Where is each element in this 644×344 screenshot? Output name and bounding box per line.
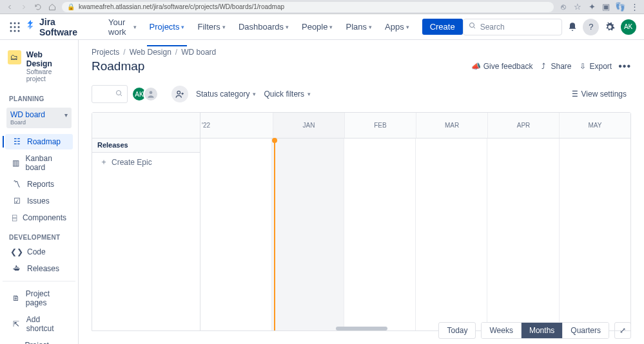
create-epic-button[interactable]: ＋ Create Epic: [92, 153, 200, 171]
sidebar-item-roadmap[interactable]: ☷ Roadmap: [5, 134, 73, 149]
scrollbar[interactable]: [336, 327, 387, 330]
breadcrumb: Projects / Web Design / WD board: [92, 48, 631, 57]
sidebar-item-issues[interactable]: ☑ Issues: [5, 193, 73, 209]
zoom-quarters[interactable]: Quarters: [562, 323, 609, 338]
help-icon[interactable]: ?: [583, 19, 599, 35]
reload-icon[interactable]: [34, 3, 43, 12]
svg-point-7: [14, 30, 16, 32]
profile-chrome-icon[interactable]: 👣: [616, 3, 625, 12]
nav-people[interactable]: People▾: [297, 15, 338, 39]
svg-point-12: [177, 91, 181, 94]
svg-point-4: [14, 26, 16, 28]
breadcrumb-item[interactable]: Projects: [92, 48, 119, 57]
svg-point-1: [14, 22, 16, 24]
nav-apps[interactable]: Apps▾: [380, 15, 415, 39]
project-avatar-icon: 🗂: [8, 50, 21, 64]
sidebar-item-releases[interactable]: ⛴ Releases: [5, 261, 73, 276]
sidebar-item-code[interactable]: ❮❯ Code: [5, 244, 73, 260]
zoom-weeks[interactable]: Weeks: [482, 323, 520, 338]
assignee-filter[interactable]: AK: [135, 86, 159, 102]
reports-icon: 〽: [12, 180, 22, 189]
nav-plans[interactable]: Plans▾: [340, 15, 377, 39]
svg-point-2: [18, 22, 20, 24]
chevron-down-icon: ▾: [181, 24, 184, 30]
home-icon[interactable]: [48, 3, 57, 12]
forward-icon[interactable]: [19, 3, 28, 12]
nav-filters[interactable]: Filters▾: [192, 15, 230, 39]
global-search[interactable]: Search: [463, 19, 562, 35]
today-marker: [274, 139, 275, 330]
chevron-down-icon: ▾: [253, 91, 256, 97]
chevron-down-icon: ▾: [133, 24, 137, 30]
svg-point-3: [10, 26, 12, 28]
product-logo[interactable]: Jira Software: [25, 17, 93, 37]
sidebar-item-project-pages[interactable]: 🗎 Project pages: [5, 286, 73, 311]
releases-row[interactable]: Releases: [92, 139, 200, 153]
sidebar-item-kanban[interactable]: ▥ Kanban board: [5, 151, 73, 175]
sidebar-item-add-shortcut[interactable]: ⇱ Add shortcut: [5, 312, 73, 336]
menu-chrome-icon[interactable]: ⋮: [630, 3, 639, 12]
user-avatar[interactable]: AK: [620, 19, 636, 35]
export-button[interactable]: ⇩ Export: [578, 62, 612, 71]
notifications-icon[interactable]: [565, 19, 581, 35]
panel-icon[interactable]: ▣: [601, 3, 610, 12]
nav-your-work[interactable]: Your work▾: [103, 15, 141, 39]
board-icon: ▥: [12, 158, 20, 167]
breadcrumb-item[interactable]: Web Design: [130, 48, 171, 57]
extension-icon[interactable]: ✦: [587, 3, 596, 12]
page-title: Roadmap: [92, 59, 144, 73]
development-label: DEVELOPMENT: [3, 231, 75, 244]
svg-point-9: [469, 23, 474, 28]
timeline-month: APR: [487, 113, 559, 138]
url-bar[interactable]: 🔒 kwameafreh.atlassian.net/jira/software…: [62, 2, 554, 12]
today-button[interactable]: Today: [438, 322, 476, 339]
share-icon: ⤴: [539, 62, 548, 71]
sidebar-item-reports[interactable]: 〽 Reports: [5, 177, 73, 192]
nav-projects[interactable]: Projects▾: [144, 15, 190, 39]
share-chrome-icon[interactable]: ⎋: [559, 3, 568, 12]
settings-icon[interactable]: [601, 19, 618, 35]
fullscreen-icon[interactable]: ⤢: [614, 322, 631, 339]
components-icon: ⌸: [12, 213, 17, 222]
chevron-down-icon: ▾: [406, 24, 409, 30]
back-icon[interactable]: [5, 3, 14, 12]
nav-dashboards[interactable]: Dashboards▾: [233, 15, 294, 39]
timeline-year: '22: [200, 113, 273, 138]
roadmap-icon: ☷: [12, 137, 22, 146]
chevron-down-icon: ▾: [329, 24, 333, 30]
releases-icon: ⛴: [12, 264, 22, 273]
breadcrumb-item[interactable]: WD board: [181, 48, 216, 57]
view-settings-button[interactable]: View settings: [567, 86, 631, 102]
svg-point-8: [18, 30, 20, 32]
zoom-months[interactable]: Months: [521, 323, 562, 338]
timeline-month: FEB: [344, 113, 416, 138]
main-content: Projects / Web Design / WD board Roadmap…: [79, 40, 644, 344]
add-people-button[interactable]: [171, 86, 188, 102]
sidebar-item-components[interactable]: ⌸ Components: [5, 210, 73, 225]
browser-chrome: 🔒 kwameafreh.atlassian.net/jira/software…: [0, 0, 644, 14]
search-icon: [115, 90, 123, 99]
give-feedback-button[interactable]: 📣 Give feedback: [472, 62, 533, 71]
more-actions-icon[interactable]: •••: [618, 61, 631, 72]
svg-point-10: [117, 90, 121, 95]
star-icon[interactable]: ☆: [573, 3, 582, 12]
unassigned-avatar-icon[interactable]: [143, 86, 159, 102]
share-button[interactable]: ⤴ Share: [539, 62, 571, 71]
svg-point-0: [10, 22, 12, 24]
megaphone-icon: 📣: [472, 62, 481, 71]
app-switcher-icon[interactable]: [8, 19, 23, 35]
timeline-canvas[interactable]: [200, 139, 630, 330]
roadmap-search[interactable]: [92, 85, 128, 103]
project-header[interactable]: 🗂 Web Design Software project: [3, 48, 75, 85]
status-category-filter[interactable]: Status category ▾: [196, 90, 256, 99]
create-button[interactable]: Create: [422, 19, 463, 35]
quick-filters[interactable]: Quick filters ▾: [264, 90, 311, 99]
svg-point-11: [150, 91, 153, 94]
sidebar-item-project-settings[interactable]: ⚙ Project settings: [5, 338, 73, 344]
chevron-down-icon: ▾: [307, 91, 311, 97]
shortcut-icon: ⇱: [12, 320, 21, 329]
chevron-down-icon: ▾: [64, 111, 68, 119]
board-selector[interactable]: WD board Board ▾: [6, 108, 72, 128]
plus-icon: ＋: [100, 157, 108, 167]
top-nav: Jira Software Your work▾ Projects▾ Filte…: [0, 14, 644, 40]
